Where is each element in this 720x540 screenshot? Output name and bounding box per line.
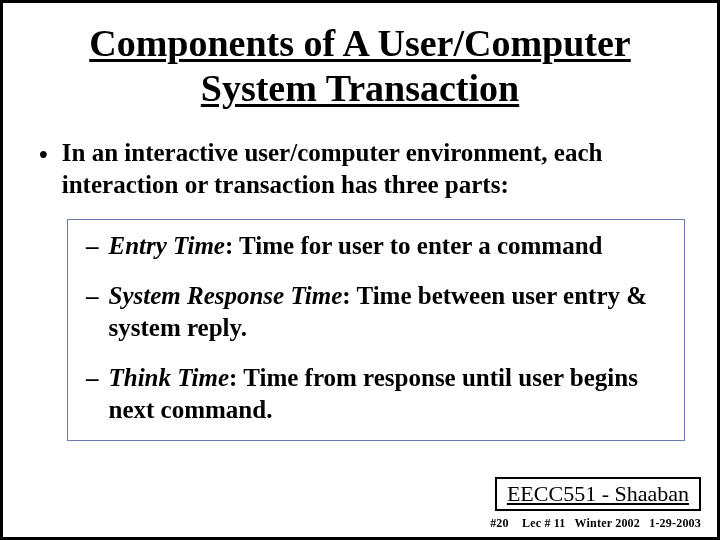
sub-bullet-entry-time: – Entry Time: Time for user to enter a c…: [86, 230, 666, 262]
sub-bullets-box: – Entry Time: Time for user to enter a c…: [67, 219, 685, 441]
dash-icon: –: [86, 280, 99, 344]
footer-date: 1-29-2003: [649, 516, 701, 530]
sub-bullet-text: System Response Time: Time between user …: [109, 280, 667, 344]
footer-slide-number: #20: [490, 516, 509, 530]
dash-icon: –: [86, 362, 99, 426]
sub-bullet-system-response-time: – System Response Time: Time between use…: [86, 280, 666, 344]
sub-bullet-think-time: – Think Time: Time from response until u…: [86, 362, 666, 426]
bullet-intro: • In an interactive user/computer enviro…: [33, 137, 687, 201]
slide-body: • In an interactive user/computer enviro…: [33, 137, 687, 441]
footer-term: Winter 2002: [575, 516, 640, 530]
footer-meta: #20 Lec # 11 Winter 2002 1-29-2003: [490, 516, 701, 531]
sub-bullet-text: Entry Time: Time for user to enter a com…: [109, 230, 603, 262]
sub-bullet-text: Think Time: Time from response until use…: [109, 362, 667, 426]
bullet-dot-icon: •: [39, 137, 48, 201]
footer-course-box: EECC551 - Shaaban: [495, 477, 701, 511]
sub-bullet-desc: : Time for user to enter a command: [225, 232, 603, 259]
sub-bullet-label: System Response Time: [109, 282, 343, 309]
sub-bullet-label: Entry Time: [109, 232, 225, 259]
bullet-intro-text: In an interactive user/computer environm…: [62, 137, 677, 201]
slide-frame: Components of A User/Computer System Tra…: [0, 0, 720, 540]
sub-bullet-label: Think Time: [109, 364, 230, 391]
slide-title: Components of A User/Computer System Tra…: [43, 21, 677, 111]
dash-icon: –: [86, 230, 99, 262]
footer-lecture: Lec # 11: [522, 516, 566, 530]
